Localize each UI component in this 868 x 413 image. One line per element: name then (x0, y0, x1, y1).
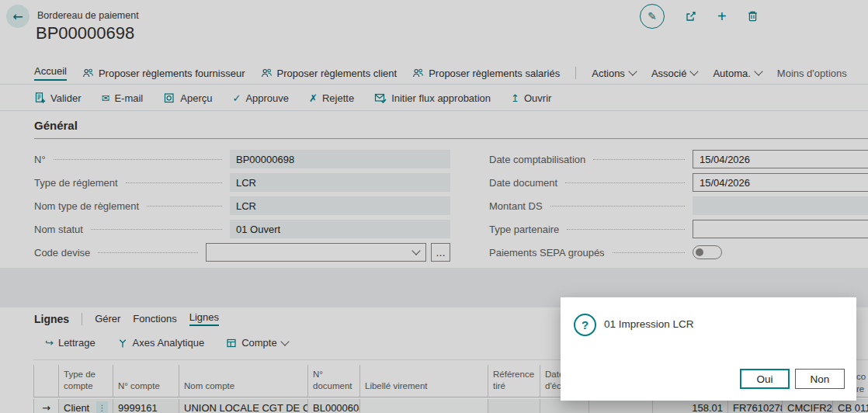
confirm-dialog: ? 01 Impression LCR Oui Non (561, 297, 856, 401)
dialog-message: 01 Impression LCR (604, 318, 694, 330)
no-button[interactable]: Non (795, 369, 845, 389)
yes-button[interactable]: Oui (740, 369, 790, 389)
question-icon: ? (574, 314, 596, 336)
dialog-buttons: Oui Non (740, 369, 845, 389)
